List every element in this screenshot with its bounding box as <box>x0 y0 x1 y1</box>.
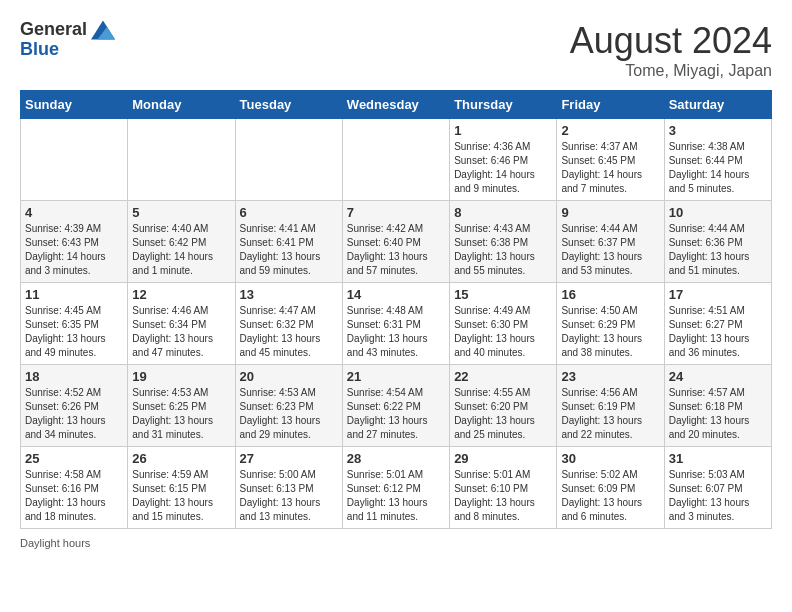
day-info: Sunrise: 4:49 AM Sunset: 6:30 PM Dayligh… <box>454 304 552 360</box>
day-number: 14 <box>347 287 445 302</box>
day-number: 28 <box>347 451 445 466</box>
title-area: August 2024 Tome, Miyagi, Japan <box>570 20 772 80</box>
day-number: 2 <box>561 123 659 138</box>
calendar-cell: 5Sunrise: 4:40 AM Sunset: 6:42 PM Daylig… <box>128 201 235 283</box>
day-info: Sunrise: 4:55 AM Sunset: 6:20 PM Dayligh… <box>454 386 552 442</box>
month-title: August 2024 <box>570 20 772 62</box>
day-number: 19 <box>132 369 230 384</box>
calendar-week-row: 25Sunrise: 4:58 AM Sunset: 6:16 PM Dayli… <box>21 447 772 529</box>
calendar-cell: 1Sunrise: 4:36 AM Sunset: 6:46 PM Daylig… <box>450 119 557 201</box>
calendar-cell: 13Sunrise: 4:47 AM Sunset: 6:32 PM Dayli… <box>235 283 342 365</box>
day-info: Sunrise: 4:53 AM Sunset: 6:23 PM Dayligh… <box>240 386 338 442</box>
calendar-cell: 14Sunrise: 4:48 AM Sunset: 6:31 PM Dayli… <box>342 283 449 365</box>
day-info: Sunrise: 5:00 AM Sunset: 6:13 PM Dayligh… <box>240 468 338 524</box>
calendar-week-row: 1Sunrise: 4:36 AM Sunset: 6:46 PM Daylig… <box>21 119 772 201</box>
day-number: 16 <box>561 287 659 302</box>
day-number: 5 <box>132 205 230 220</box>
day-info: Sunrise: 4:44 AM Sunset: 6:37 PM Dayligh… <box>561 222 659 278</box>
calendar-cell: 24Sunrise: 4:57 AM Sunset: 6:18 PM Dayli… <box>664 365 771 447</box>
logo-general: General <box>20 20 87 40</box>
day-info: Sunrise: 4:57 AM Sunset: 6:18 PM Dayligh… <box>669 386 767 442</box>
day-number: 17 <box>669 287 767 302</box>
day-info: Sunrise: 4:45 AM Sunset: 6:35 PM Dayligh… <box>25 304 123 360</box>
day-number: 29 <box>454 451 552 466</box>
day-info: Sunrise: 4:51 AM Sunset: 6:27 PM Dayligh… <box>669 304 767 360</box>
day-info: Sunrise: 4:48 AM Sunset: 6:31 PM Dayligh… <box>347 304 445 360</box>
day-number: 25 <box>25 451 123 466</box>
day-info: Sunrise: 4:50 AM Sunset: 6:29 PM Dayligh… <box>561 304 659 360</box>
page-header: General Blue August 2024 Tome, Miyagi, J… <box>20 20 772 80</box>
day-number: 21 <box>347 369 445 384</box>
day-number: 22 <box>454 369 552 384</box>
footer-text: Daylight hours <box>20 537 90 549</box>
day-number: 1 <box>454 123 552 138</box>
day-number: 24 <box>669 369 767 384</box>
day-number: 3 <box>669 123 767 138</box>
day-info: Sunrise: 4:43 AM Sunset: 6:38 PM Dayligh… <box>454 222 552 278</box>
calendar: SundayMondayTuesdayWednesdayThursdayFrid… <box>20 90 772 529</box>
calendar-cell: 25Sunrise: 4:58 AM Sunset: 6:16 PM Dayli… <box>21 447 128 529</box>
calendar-cell: 29Sunrise: 5:01 AM Sunset: 6:10 PM Dayli… <box>450 447 557 529</box>
calendar-cell: 20Sunrise: 4:53 AM Sunset: 6:23 PM Dayli… <box>235 365 342 447</box>
day-number: 9 <box>561 205 659 220</box>
day-number: 8 <box>454 205 552 220</box>
day-info: Sunrise: 4:53 AM Sunset: 6:25 PM Dayligh… <box>132 386 230 442</box>
calendar-cell: 23Sunrise: 4:56 AM Sunset: 6:19 PM Dayli… <box>557 365 664 447</box>
day-info: Sunrise: 4:56 AM Sunset: 6:19 PM Dayligh… <box>561 386 659 442</box>
calendar-day-header: Tuesday <box>235 91 342 119</box>
day-info: Sunrise: 4:46 AM Sunset: 6:34 PM Dayligh… <box>132 304 230 360</box>
calendar-cell: 17Sunrise: 4:51 AM Sunset: 6:27 PM Dayli… <box>664 283 771 365</box>
day-info: Sunrise: 4:58 AM Sunset: 6:16 PM Dayligh… <box>25 468 123 524</box>
day-number: 13 <box>240 287 338 302</box>
calendar-day-header: Saturday <box>664 91 771 119</box>
day-number: 6 <box>240 205 338 220</box>
calendar-week-row: 11Sunrise: 4:45 AM Sunset: 6:35 PM Dayli… <box>21 283 772 365</box>
logo-icon <box>91 20 115 40</box>
day-number: 31 <box>669 451 767 466</box>
calendar-cell: 9Sunrise: 4:44 AM Sunset: 6:37 PM Daylig… <box>557 201 664 283</box>
calendar-cell: 26Sunrise: 4:59 AM Sunset: 6:15 PM Dayli… <box>128 447 235 529</box>
calendar-cell: 15Sunrise: 4:49 AM Sunset: 6:30 PM Dayli… <box>450 283 557 365</box>
calendar-cell: 31Sunrise: 5:03 AM Sunset: 6:07 PM Dayli… <box>664 447 771 529</box>
day-number: 10 <box>669 205 767 220</box>
calendar-cell: 6Sunrise: 4:41 AM Sunset: 6:41 PM Daylig… <box>235 201 342 283</box>
day-number: 26 <box>132 451 230 466</box>
calendar-cell: 4Sunrise: 4:39 AM Sunset: 6:43 PM Daylig… <box>21 201 128 283</box>
calendar-cell <box>21 119 128 201</box>
calendar-cell: 16Sunrise: 4:50 AM Sunset: 6:29 PM Dayli… <box>557 283 664 365</box>
calendar-cell: 19Sunrise: 4:53 AM Sunset: 6:25 PM Dayli… <box>128 365 235 447</box>
calendar-cell: 11Sunrise: 4:45 AM Sunset: 6:35 PM Dayli… <box>21 283 128 365</box>
day-info: Sunrise: 4:40 AM Sunset: 6:42 PM Dayligh… <box>132 222 230 278</box>
day-info: Sunrise: 4:52 AM Sunset: 6:26 PM Dayligh… <box>25 386 123 442</box>
day-number: 23 <box>561 369 659 384</box>
calendar-day-header: Thursday <box>450 91 557 119</box>
day-number: 30 <box>561 451 659 466</box>
day-info: Sunrise: 5:01 AM Sunset: 6:10 PM Dayligh… <box>454 468 552 524</box>
calendar-cell: 8Sunrise: 4:43 AM Sunset: 6:38 PM Daylig… <box>450 201 557 283</box>
day-info: Sunrise: 5:02 AM Sunset: 6:09 PM Dayligh… <box>561 468 659 524</box>
day-info: Sunrise: 4:47 AM Sunset: 6:32 PM Dayligh… <box>240 304 338 360</box>
day-number: 4 <box>25 205 123 220</box>
day-number: 12 <box>132 287 230 302</box>
day-number: 18 <box>25 369 123 384</box>
day-info: Sunrise: 4:59 AM Sunset: 6:15 PM Dayligh… <box>132 468 230 524</box>
calendar-cell: 2Sunrise: 4:37 AM Sunset: 6:45 PM Daylig… <box>557 119 664 201</box>
calendar-cell <box>342 119 449 201</box>
day-info: Sunrise: 4:41 AM Sunset: 6:41 PM Dayligh… <box>240 222 338 278</box>
day-info: Sunrise: 4:38 AM Sunset: 6:44 PM Dayligh… <box>669 140 767 196</box>
calendar-week-row: 4Sunrise: 4:39 AM Sunset: 6:43 PM Daylig… <box>21 201 772 283</box>
day-info: Sunrise: 4:42 AM Sunset: 6:40 PM Dayligh… <box>347 222 445 278</box>
calendar-cell: 22Sunrise: 4:55 AM Sunset: 6:20 PM Dayli… <box>450 365 557 447</box>
calendar-cell: 18Sunrise: 4:52 AM Sunset: 6:26 PM Dayli… <box>21 365 128 447</box>
calendar-day-header: Monday <box>128 91 235 119</box>
location: Tome, Miyagi, Japan <box>570 62 772 80</box>
day-info: Sunrise: 5:03 AM Sunset: 6:07 PM Dayligh… <box>669 468 767 524</box>
day-number: 27 <box>240 451 338 466</box>
logo: General Blue <box>20 20 115 60</box>
day-info: Sunrise: 4:37 AM Sunset: 6:45 PM Dayligh… <box>561 140 659 196</box>
day-number: 7 <box>347 205 445 220</box>
calendar-cell: 30Sunrise: 5:02 AM Sunset: 6:09 PM Dayli… <box>557 447 664 529</box>
calendar-cell: 28Sunrise: 5:01 AM Sunset: 6:12 PM Dayli… <box>342 447 449 529</box>
day-number: 20 <box>240 369 338 384</box>
calendar-cell: 10Sunrise: 4:44 AM Sunset: 6:36 PM Dayli… <box>664 201 771 283</box>
